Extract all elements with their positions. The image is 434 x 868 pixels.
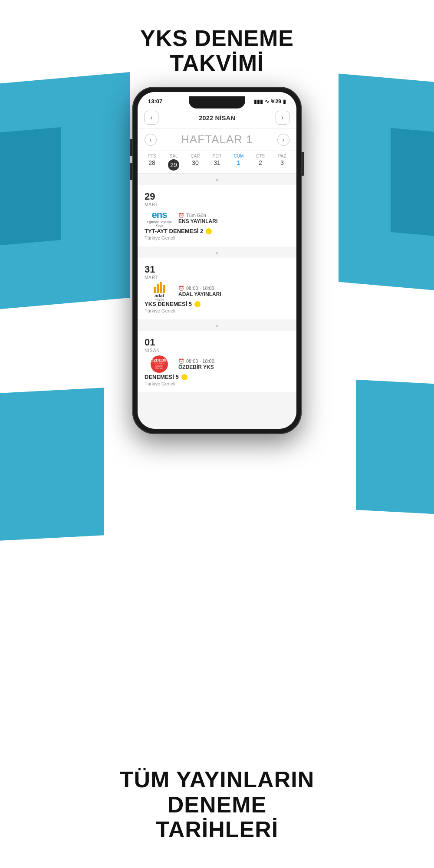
day-paz[interactable]: PAZ 3 [271,153,293,171]
bg-shape-bottom-left [0,388,104,541]
week-label: HAFTALAR 1 [181,133,253,146]
calendar-scroll[interactable]: 29 MART ens Eğitimde Başarıya Koşu [138,174,296,429]
event-adal-title: YKS DENEMESİ 5 [145,301,289,307]
vol-down-button [130,163,132,180]
battery-text: %29 [271,99,281,105]
yellow-dot-3 [181,374,187,380]
day-pts[interactable]: PTS 28 [141,153,163,171]
event-adal-org: ADAL YAYINLARI [178,291,221,297]
battery-icon: ▮ [283,99,286,105]
day-cum[interactable]: CUM 1 [228,153,250,171]
event-ozdebir-month: NİSAN [145,348,289,353]
bottom-title: TÜM YAYINLARIN DENEME TARİHLERİ [0,767,434,842]
vol-up-button [130,139,132,156]
ozdebir-logo: ÖZDEBİR Özel Eğitim Öğretim Derneği [145,356,174,372]
adal-logo: adal YAYIN [145,283,174,299]
clock-icon-3: ⏰ [178,358,184,364]
event-ens-logo-row: ens Eğitimde Başarıya Koşu ⏰ Tüm Gün ENS… [145,210,289,226]
prev-month-icon: ‹ [150,114,152,122]
bg-shape-bottom-right [356,380,434,514]
event-adal-time: ⏰ 08:00 - 18:00 [178,286,221,291]
prev-week-icon: ‹ [150,136,152,143]
event-adal-location: Türkiye Geneli [145,308,289,313]
event-ozdebir-right: ⏰ 08:00 - 18:00 ÖZDEBİR YKS [178,358,214,370]
phone-screen: 13:07 ▮▮▮ ∿ %29 ▮ ‹ 2022 NİSAN › [138,92,296,429]
event-adal-right: ⏰ 08:00 - 18:00 ADAL YAYINLARI [178,286,221,297]
event-ozdebir-date: 01 [145,337,289,348]
event-adal-month: MART [145,275,289,280]
event-ozdebir[interactable]: 01 NİSAN ÖZDEBİR Özel Eğitim Öğretim Der… [138,331,296,392]
yellow-dot-2 [194,301,201,307]
event-ozdebir-time: ⏰ 08:00 - 18:00 [178,358,214,364]
event-ens-title: TYT-AYT DENEMESİ 2 [145,228,289,234]
days-row: PTS 28 SAL 29 ÇAR 30 PER 31 CUM 1 [138,151,296,174]
clock-icon-1: ⏰ [178,213,184,218]
event-adal-logo-row: adal YAYIN ⏰ 08:00 - 18:00 ADAL YAYINLAR… [145,283,289,299]
day-per[interactable]: PER 31 [206,153,228,171]
next-week-button[interactable]: › [277,134,289,146]
event-ens-time: ⏰ Tüm Gün [178,213,217,218]
calendar-header: ‹ 2022 NİSAN › [138,107,296,128]
phone-notch [189,96,245,108]
week-selector: ‹ HAFTALAR 1 › [138,128,296,151]
event-ozdebir-logo-row: ÖZDEBİR Özel Eğitim Öğretim Derneği ⏰ 08… [145,356,289,372]
event-ens-org: ENS YAYINLARI [178,218,217,224]
day-car[interactable]: ÇAR 30 [184,153,206,171]
ens-logo: ens Eğitimde Başarıya Koşu [145,210,174,226]
wifi-icon: ∿ [265,99,269,105]
event-ens-location: Türkiye Geneli [145,235,289,240]
event-ozdebir-title: DENEMESİ 5 [145,374,289,380]
event-ozdebir-location: Türkiye Geneli [145,381,289,386]
prev-week-button[interactable]: ‹ [145,134,157,146]
month-title: 2022 NİSAN [199,114,235,122]
power-button [302,152,304,176]
separator-2 [216,252,218,254]
event-ens[interactable]: 29 MART ens Eğitimde Başarıya Koşu [138,185,296,247]
phone-mockup: 13:07 ▮▮▮ ∿ %29 ▮ ‹ 2022 NİSAN › [132,87,302,434]
status-icons: ▮▮▮ ∿ %29 ▮ [254,99,286,105]
separator-3 [216,325,218,327]
bg-shape-top-left-dark [0,127,61,246]
event-ens-right: ⏰ Tüm Gün ENS YAYINLARI [178,213,217,224]
bg-shape-right-dark [391,128,434,237]
event-adal-detail: adal YAYIN ⏰ 08:00 - 18:00 ADAL YAYINLAR… [145,283,289,313]
prev-month-button[interactable]: ‹ [145,111,158,125]
next-month-button[interactable]: › [276,111,289,125]
event-ozdebir-org: ÖZDEBİR YKS [178,364,214,370]
separator-1 [216,179,218,181]
page-title: YKS DENEME TAKVİMİ [0,26,434,76]
signal-icon: ▮▮▮ [254,99,263,105]
status-time: 13:07 [148,98,162,105]
event-ens-month: MART [145,202,289,207]
event-ozdebir-detail: ÖZDEBİR Özel Eğitim Öğretim Derneği ⏰ 08… [145,356,289,386]
next-week-icon: › [283,136,285,143]
yellow-dot-1 [206,228,212,234]
event-ens-detail: ens Eğitimde Başarıya Koşu ⏰ Tüm Gün ENS… [145,210,289,240]
next-month-icon: › [281,114,283,122]
event-adal-date: 31 [145,264,289,275]
clock-icon-2: ⏰ [178,286,184,291]
event-ens-date: 29 [145,191,289,202]
day-cts[interactable]: CTS 2 [250,153,271,171]
day-sal[interactable]: SAL 29 [163,153,184,171]
event-adal[interactable]: 31 MART [138,258,296,319]
